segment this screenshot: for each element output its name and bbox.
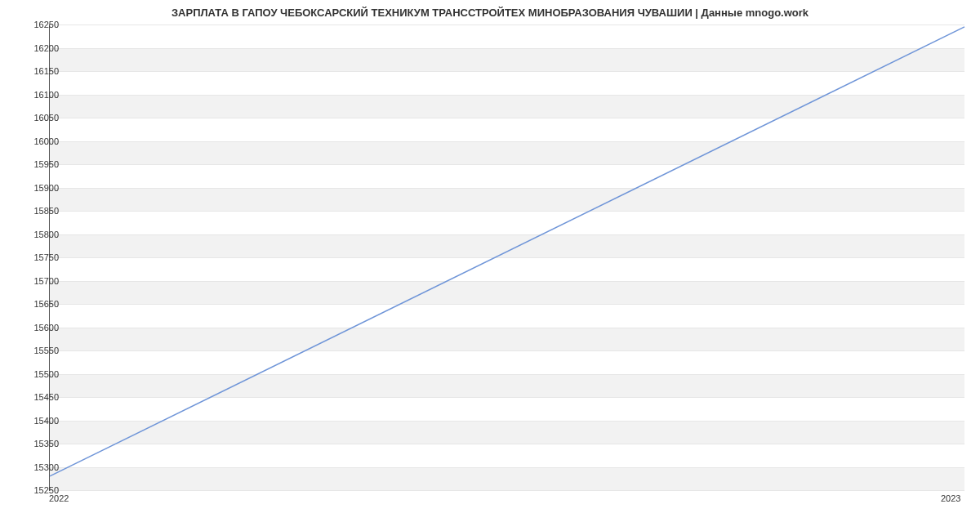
y-tick-label: 16200 (18, 43, 59, 53)
y-tick-label: 15950 (18, 159, 59, 169)
series-line (50, 27, 964, 476)
y-tick-label: 16250 (18, 20, 59, 29)
y-tick-label: 15550 (18, 346, 59, 355)
y-tick-label: 15600 (18, 323, 59, 332)
y-tick-label: 15700 (18, 276, 59, 286)
y-tick-label: 15900 (18, 183, 59, 193)
y-tick-label: 15750 (18, 252, 59, 262)
y-tick-label: 16150 (18, 66, 59, 76)
chart-container: ЗАРПЛАТА В ГАПОУ ЧЕБОКСАРСКИЙ ТЕХНИКУМ Т… (0, 0, 980, 531)
y-tick-label: 15800 (18, 230, 59, 239)
y-tick-label: 15300 (18, 462, 59, 472)
y-tick-label: 16100 (18, 90, 59, 100)
gridline (50, 490, 964, 491)
x-tick-label: 2022 (49, 493, 69, 503)
y-tick-label: 15400 (18, 416, 59, 426)
plot-area (49, 25, 964, 491)
y-tick-label: 15350 (18, 439, 59, 448)
line-layer (50, 25, 964, 490)
chart-title: ЗАРПЛАТА В ГАПОУ ЧЕБОКСАРСКИЙ ТЕХНИКУМ Т… (0, 7, 980, 19)
y-tick-label: 16000 (18, 136, 59, 146)
y-tick-label: 16050 (18, 113, 59, 123)
x-tick-label: 2023 (941, 493, 960, 503)
y-tick-label: 15850 (18, 206, 59, 216)
y-tick-label: 15500 (18, 369, 59, 379)
y-tick-label: 15650 (18, 299, 59, 309)
y-tick-label: 15450 (18, 392, 59, 402)
